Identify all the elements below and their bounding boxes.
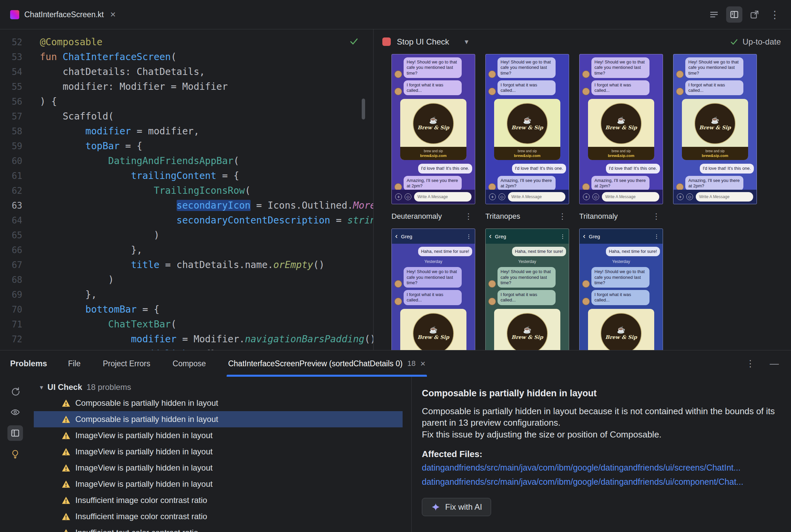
emoji-icon[interactable]: ☺ [405, 193, 411, 200]
code-line[interactable]: 59 topBar = { [0, 139, 373, 154]
back-icon[interactable]: ‹ [583, 233, 585, 240]
preview-phone[interactable]: Hey! Should we go to that cafe you menti… [391, 54, 475, 204]
chat-messages: Haha, next time for sure!YesterdayHey! S… [580, 244, 663, 350]
preview-eye-icon[interactable] [7, 404, 23, 420]
code-line[interactable]: 72 modifier = Modifier.navigationBarsPad… [0, 332, 373, 347]
problems-tab[interactable]: File [67, 350, 82, 377]
chat-bubble: Haha, next time for sure! [418, 247, 472, 256]
inspections-ok-icon[interactable] [349, 36, 359, 49]
fix-with-ai-button[interactable]: Fix with AI [422, 498, 491, 516]
preview-phone[interactable]: ‹Greg⋮Haha, next time for sure!Yesterday… [485, 229, 569, 350]
quickfix-bulb-icon[interactable] [7, 446, 23, 462]
file-tab[interactable]: ChatInterfaceScreen.kt × [0, 0, 125, 29]
write-message-field[interactable]: Write A Message [602, 192, 659, 202]
add-icon[interactable]: + [583, 193, 590, 200]
problems-tab[interactable]: ChatInterfaceScreenPreview (sortedChatDe… [227, 350, 427, 377]
editor-list-icon[interactable] [706, 6, 722, 23]
preview-phone[interactable]: ‹Greg⋮Haha, next time for sure!Yesterday… [579, 229, 663, 350]
problem-item[interactable]: Insufficient image color contrast ratio [34, 492, 403, 508]
code-line[interactable]: 61 trailingContent = { [0, 168, 373, 183]
affected-file-link[interactable]: datingandfriends/src/main/java/com/ibm/g… [422, 461, 775, 474]
code-line[interactable]: 62 TrailingIconsRow( [0, 183, 373, 198]
more-vertical-icon[interactable]: ⋮ [746, 358, 755, 369]
close-tab-icon[interactable]: × [110, 10, 115, 19]
line-number: 60 [0, 154, 22, 168]
write-message-field[interactable]: Write A Message [696, 192, 753, 202]
problems-tab[interactable]: Compose [171, 350, 207, 377]
preview-phone[interactable]: Hey! Should we go to that cafe you menti… [485, 54, 569, 204]
problem-item[interactable]: Composable is partially hidden in layout [34, 395, 403, 411]
ui-check-toolbar: Stop UI Check ▾ Up-to-date [373, 30, 791, 54]
problems-tabs: FileProject ErrorsComposeChatInterfaceSc… [67, 350, 427, 377]
open-in-window-icon[interactable] [747, 6, 762, 23]
problem-item[interactable]: Insufficient image color contrast ratio [34, 508, 403, 525]
code-line[interactable]: 56) { [0, 94, 373, 109]
line-number: 54 [0, 64, 22, 79]
code-line[interactable]: 63 secondaryIcon = Icons.Outlined.More [0, 198, 373, 213]
more-vertical-icon[interactable]: ⋮ [462, 212, 475, 221]
chat-bubble: I forgot what it was called... [685, 80, 743, 96]
problem-item[interactable]: Insufficient text color contrast ratio [34, 525, 403, 532]
more-vertical-icon[interactable]: ⋮ [560, 233, 565, 240]
more-vertical-icon[interactable]: ⋮ [654, 233, 659, 240]
back-icon[interactable]: ‹ [395, 233, 398, 240]
chevron-down-icon[interactable]: ▾ [465, 37, 468, 46]
emoji-icon[interactable]: ☺ [592, 193, 599, 200]
problem-item[interactable]: ImageView is partially hidden in layout [34, 443, 403, 460]
problem-item[interactable]: ImageView is partially hidden in layout [34, 460, 403, 476]
preview-phone[interactable]: Hey! Should we go to that cafe you menti… [673, 54, 757, 204]
code-line[interactable]: 68 ) [0, 272, 373, 287]
problems-tab[interactable]: Project Errors [101, 350, 152, 377]
code-line[interactable]: 69 }, [0, 287, 373, 302]
close-tab-icon[interactable]: × [420, 359, 425, 369]
code-line[interactable]: 53fun ChatInterfaceScreen( [0, 50, 373, 64]
code-line[interactable]: 54 chatDetails: ChatDetails, [0, 64, 373, 79]
code-line[interactable]: 73 onAddClick = {} [0, 347, 373, 350]
chevron-down-icon[interactable]: ▾ [40, 383, 43, 391]
add-icon[interactable]: + [489, 193, 496, 200]
problems-title[interactable]: Problems [10, 359, 47, 368]
message-row: Haha, next time for sure! [489, 247, 566, 256]
problem-item[interactable]: ImageView is partially hidden in layout [34, 476, 403, 492]
code-line[interactable]: 57 Scaffold( [0, 109, 373, 124]
rerun-icon[interactable] [7, 383, 23, 399]
more-vertical-icon[interactable]: ⋮ [556, 212, 569, 221]
problem-detail-pane: Composable is partially hidden in layout… [412, 377, 791, 532]
code-line[interactable]: 58 modifier = modifier, [0, 124, 373, 139]
code-line[interactable]: 64 secondaryContentDescription = strin [0, 213, 373, 228]
minimize-icon[interactable]: — [770, 359, 779, 369]
code-line[interactable]: 66 }, [0, 243, 373, 258]
code-line[interactable]: 71 ChatTextBar( [0, 317, 373, 332]
add-icon[interactable]: + [677, 193, 684, 200]
problem-item[interactable]: ImageView is partially hidden in layout [34, 428, 403, 443]
write-message-field[interactable]: Write A Message [508, 192, 565, 202]
add-icon[interactable]: + [395, 193, 402, 200]
code-text: }, [40, 243, 142, 258]
stop-ui-check-button[interactable]: Stop UI Check [379, 34, 453, 49]
problem-item[interactable]: Composable is partially hidden in layout [34, 411, 403, 428]
back-icon[interactable]: ‹ [489, 233, 492, 240]
more-vertical-icon[interactable]: ⋮ [767, 6, 783, 23]
check-icon [730, 37, 739, 46]
code-line[interactable]: 67 title = chatDetails.name.orEmpty() [0, 258, 373, 272]
more-vertical-icon[interactable]: ⋮ [649, 212, 663, 221]
preview-phone[interactable]: ‹Greg⋮Haha, next time for sure!Yesterday… [391, 229, 475, 350]
write-message-field[interactable]: Write A Message [414, 192, 472, 202]
problems-group-row[interactable]: ▾ UI Check 18 problems [34, 379, 411, 395]
editor-scrollbar[interactable] [362, 99, 365, 119]
problems-view-icon[interactable] [7, 425, 23, 441]
emoji-icon[interactable]: ☺ [686, 193, 693, 200]
code-editor[interactable]: 52@Composable53fun ChatInterfaceScreen(5… [0, 30, 373, 350]
emoji-icon[interactable]: ☺ [498, 193, 505, 200]
more-vertical-icon[interactable]: ⋮ [466, 233, 472, 240]
code-line[interactable]: 70 bottomBar = { [0, 302, 373, 317]
affected-file-link[interactable]: datingandfriends/src/main/java/com/ibm/g… [422, 476, 775, 488]
preview-phone[interactable]: Hey! Should we go to that cafe you menti… [579, 54, 663, 204]
code-line[interactable]: 65 ) [0, 228, 373, 243]
preview-grid[interactable]: Hey! Should we go to that cafe you menti… [373, 54, 791, 350]
split-editor-icon[interactable] [726, 6, 742, 23]
code-line[interactable]: 60 DatingAndFriendsAppBar( [0, 154, 373, 168]
contact-name: Greg [589, 233, 650, 239]
code-line[interactable]: 55 modifier: Modifier = Modifier [0, 79, 373, 94]
code-line[interactable]: 52@Composable [0, 35, 373, 50]
